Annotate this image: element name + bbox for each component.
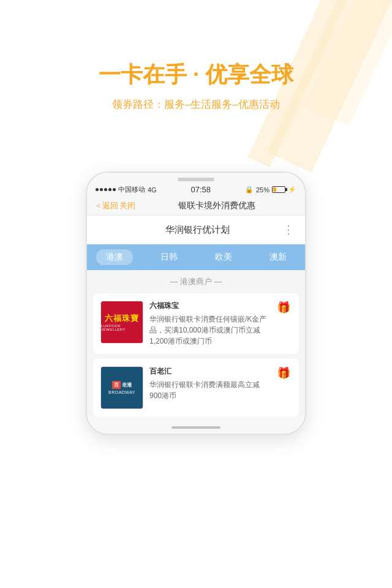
charge-icon: ⚡ — [288, 186, 296, 194]
section-header: — 港澳商户 — — [87, 270, 305, 293]
tab-hk-macau[interactable]: 港澳 — [96, 249, 133, 265]
hero-main-title: 一卡在手 · 优享全球 — [99, 60, 293, 90]
lukfook-en-text: LUKFOOK JEWELLERY — [101, 324, 143, 331]
back-button[interactable]: ＜返回 — [94, 200, 118, 211]
phone-mockup: 中国移动 4G 07:58 🔒 25% ⚡ ＜返回 关闭 银联卡境外消费优惠 — [0, 172, 392, 435]
signal-dot — [104, 188, 107, 191]
broadway-cn-text: 老滙 — [122, 382, 132, 388]
tab-australia-nz[interactable]: 澳新 — [260, 249, 296, 265]
merchant-card-broadway: 百 老滙 BROADWAY 百老汇 华润银行银联卡消费满额最高立减900港币 🎁 — [93, 359, 299, 417]
phone-bottom-bar — [87, 421, 305, 434]
lukfook-info: 六福珠宝 华润银行银联卡消费任何镶嵌/K金产品，买满10,000港币或澳门币立减… — [149, 301, 271, 347]
merchant-list: 六福珠寶 LUKFOOK JEWELLERY 六福珠宝 华润银行银联卡消费任何镶… — [87, 293, 305, 417]
time-display: 07:58 — [191, 185, 211, 194]
broadway-info: 百老汇 华润银行银联卡消费满额最高立减900港币 — [149, 366, 271, 401]
gift-icon-2: 🎁 — [277, 367, 290, 379]
lukfook-logo-inner: 六福珠寶 LUKFOOK JEWELLERY — [101, 301, 143, 343]
network-label: 4G — [148, 186, 157, 194]
status-bar: 中国移动 4G 07:58 🔒 25% ⚡ — [87, 184, 305, 197]
hero-sub-title: 领券路径：服务–生活服务–优惠活动 — [112, 97, 280, 111]
status-right: 🔒 25% ⚡ — [245, 186, 296, 194]
carrier-label: 中国移动 — [118, 185, 145, 194]
broadway-en-text: BROADWAY — [108, 390, 135, 394]
phone-speaker — [178, 178, 214, 181]
tab-europe-america[interactable]: 欧美 — [205, 249, 242, 265]
lukfook-logo: 六福珠寶 LUKFOOK JEWELLERY — [100, 301, 143, 344]
nav-bar: ＜返回 关闭 银联卡境外消费优惠 — [87, 197, 305, 216]
gift-icon: 🎁 — [277, 301, 290, 314]
hero-section: 一卡在手 · 优享全球 领券路径：服务–生活服务–优惠活动 — [0, 0, 392, 172]
lukfook-gift-icon: 🎁 — [277, 301, 292, 315]
signal-dot — [100, 188, 103, 191]
nav-back-area[interactable]: ＜返回 关闭 — [94, 200, 135, 211]
battery-percent: 25% — [256, 186, 270, 194]
broadway-logo: 百 老滙 BROADWAY — [100, 366, 143, 409]
signal-dot — [113, 188, 116, 191]
broadway-name: 百老汇 — [149, 366, 271, 377]
more-menu-button[interactable]: ⋮ — [283, 223, 295, 236]
battery-icon — [272, 186, 285, 193]
signal-dot — [108, 188, 111, 191]
close-button[interactable]: 关闭 — [119, 200, 135, 211]
broadway-box-text: 百 — [112, 381, 121, 389]
broadway-top-row: 百 老滙 — [112, 381, 132, 389]
lukfook-name: 六福珠宝 — [149, 301, 271, 311]
signal-dot — [96, 188, 99, 191]
phone-top-bar — [87, 173, 305, 184]
page-title-bar: 华润银行优计划 ⋮ — [87, 216, 305, 244]
page-main-title: 华润银行优计划 — [111, 224, 283, 236]
battery-fill — [273, 187, 276, 192]
nav-title: 银联卡境外消费优惠 — [135, 200, 298, 211]
home-indicator — [172, 426, 221, 429]
signal-dots — [96, 188, 116, 191]
tab-bar: 港澳 日韩 欧美 澳新 — [87, 244, 305, 270]
broadway-gift-icon: 🎁 — [277, 366, 292, 381]
lukfook-cn-text: 六福珠寶 — [105, 313, 139, 324]
tab-japan-korea[interactable]: 日韩 — [151, 249, 187, 265]
merchant-card-lukfook: 六福珠寶 LUKFOOK JEWELLERY 六福珠宝 华润银行银联卡消费任何镶… — [93, 293, 299, 354]
lukfook-desc: 华润银行银联卡消费任何镶嵌/K金产品，买满10,000港币或澳门币立减1,200… — [149, 314, 271, 347]
status-left: 中国移动 4G — [96, 185, 157, 194]
broadway-logo-inner: 百 老滙 BROADWAY — [101, 367, 143, 409]
lock-icon: 🔒 — [245, 186, 254, 194]
phone-frame: 中国移动 4G 07:58 🔒 25% ⚡ ＜返回 关闭 银联卡境外消费优惠 — [86, 172, 306, 435]
broadway-desc: 华润银行银联卡消费满额最高立减900港币 — [149, 379, 271, 401]
